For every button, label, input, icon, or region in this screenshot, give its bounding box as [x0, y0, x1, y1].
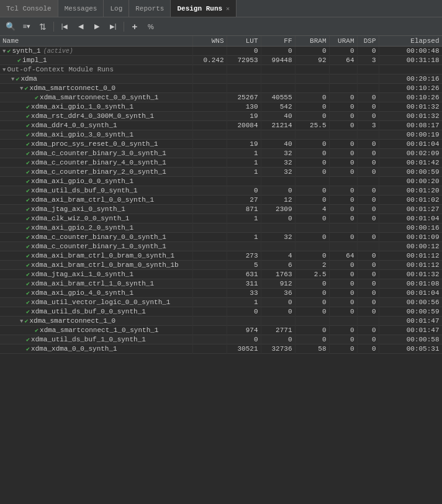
prev-button[interactable]: ◀ — [74, 20, 88, 34]
row-dsp-cell: 0 — [357, 168, 379, 177]
row-wns-cell — [192, 289, 227, 298]
row-name-cell: ✔xdma_c_counter_binary_2_0_synth_1 — [0, 168, 192, 177]
table-row[interactable]: ✔xdma_axi_bram_ctrl_0_0_synth_1271200000… — [0, 196, 442, 205]
row-wns-cell — [192, 270, 227, 279]
table-row[interactable]: ▼✔xdma_smartconnect_1_000:01:47 — [0, 317, 442, 326]
table-row[interactable]: ✔xdma_proc_sys_reset_0_0_synth_119400000… — [0, 140, 442, 149]
row-elapsed-cell: 00:01:20 — [379, 186, 442, 196]
row-dsp-cell: 0 — [357, 196, 379, 205]
row-name-cell: ✔xdma_ddr4_0_0_synth_1 — [0, 121, 192, 130]
table-row[interactable]: ✔xdma_ddr4_0_0_synth_1200842121425.50300… — [0, 121, 442, 130]
expand-icon[interactable]: ▼ — [2, 48, 6, 55]
run-name: xdma_jtag_axi_0_synth_1 — [31, 205, 125, 213]
expand-icon[interactable]: ▼ — [11, 76, 14, 83]
check-icon: ✔ — [26, 187, 30, 194]
table-row[interactable]: ✔xdma_c_counter_binary_3_0_synth_1132000… — [0, 149, 442, 158]
first-button[interactable]: |◀ — [58, 20, 71, 34]
row-elapsed-cell: 00:00:58 — [379, 335, 442, 344]
table-row[interactable]: ✔xdma_util_ds_buf_1_0_synth_10000000:00:… — [0, 335, 442, 344]
table-row[interactable]: ✔xdma_axi_gpio_3_0_synth_100:00:19 — [0, 130, 442, 140]
table-row[interactable]: ▼✔synth_1(active)0000000:00:48 — [0, 47, 442, 56]
row-dsp-cell: 0 — [357, 233, 379, 242]
last-button[interactable]: ▶| — [106, 20, 120, 34]
row-lut-cell: 871 — [227, 205, 261, 214]
filter-button[interactable]: ≡▾ — [20, 20, 34, 34]
row-ff-cell: 912 — [261, 279, 295, 289]
run-name: xdma_c_counter_binary_4_0_synth_1 — [31, 159, 166, 166]
expand-icon[interactable]: ▼ — [20, 86, 23, 92]
table-row[interactable]: ✔xdma_axi_bram_ctrl_0_bram_0_synth_1b562… — [0, 261, 442, 270]
table-row[interactable]: ▼✔xdma_smartconnect_0_000:10:26 — [0, 84, 442, 93]
table-row[interactable]: ✔xdma_util_ds_buf_0_synth_10000000:01:20 — [0, 186, 442, 196]
row-wns-cell — [192, 149, 227, 158]
search-button[interactable]: 🔍 — [4, 20, 17, 34]
row-lut-cell: 20084 — [227, 121, 261, 130]
tab-tcl-console[interactable]: Tcl Console — [0, 0, 58, 17]
table-row[interactable]: ✔xdma_smartconnect_0_0_synth_12526740555… — [0, 93, 442, 102]
check-icon: ✔ — [26, 225, 30, 232]
check-icon: ✔ — [26, 253, 30, 259]
row-dsp-cell: 0 — [357, 251, 379, 261]
table-row[interactable]: ✔xdma_xdma_0_0_synth_13052132736580000:0… — [0, 344, 442, 354]
table-row[interactable]: ✔xdma_smartconnect_1_0_synth_19742771000… — [0, 326, 442, 335]
row-name-cell: ✔xdma_smartconnect_1_0_synth_1 — [0, 326, 192, 335]
expand-icon[interactable]: ▼ — [2, 67, 6, 73]
row-uram-cell: 0 — [329, 298, 357, 307]
table-row[interactable]: ✔xdma_util_vector_logic_0_0_synth_110000… — [0, 298, 442, 307]
table-row[interactable]: ✔xdma_c_counter_binary_1_0_synth_100:00:… — [0, 242, 442, 251]
table-row[interactable]: ✔xdma_rst_ddr4_0_300M_0_synth_1194000000… — [0, 112, 442, 121]
run-name: synth_1 — [12, 47, 40, 55]
table-row[interactable]: ✔xdma_c_counter_binary_2_0_synth_1132000… — [0, 168, 442, 177]
table-row[interactable]: ▼Out-of-Context Module Runs — [0, 65, 442, 74]
table-row[interactable]: ✔xdma_axi_gpio_1_0_synth_113054200000:01… — [0, 102, 442, 112]
tab-messages[interactable]: Messages — [58, 0, 104, 17]
table-row[interactable]: ✔impl_10.24272953994489264300:31:18 — [0, 56, 442, 65]
run-name: xdma_c_counter_binary_0_0_synth_1 — [31, 233, 166, 241]
row-wns-cell — [192, 177, 227, 186]
tab-design-runs[interactable]: Design Runs ✕ — [171, 0, 237, 17]
table-row[interactable]: ✔xdma_c_counter_binary_4_0_synth_1132000… — [0, 158, 442, 168]
row-wns-cell — [192, 112, 227, 121]
table-row[interactable]: ✔xdma_util_ds_buf_0_0_synth_10000000:00:… — [0, 307, 442, 317]
close-icon[interactable]: ✕ — [226, 5, 230, 12]
next-button[interactable]: ▶ — [90, 20, 104, 34]
row-dsp-cell — [357, 84, 379, 93]
table-row[interactable]: ✔xdma_c_counter_binary_0_0_synth_1132000… — [0, 233, 442, 242]
row-ff-cell — [261, 317, 295, 326]
expand-icon[interactable]: ▼ — [20, 318, 23, 325]
row-lut-cell: 72953 — [227, 56, 261, 65]
table-row[interactable]: ✔xdma_jtag_axi_0_synth_1871230940000:01:… — [0, 205, 442, 214]
row-dsp-cell — [357, 242, 379, 251]
row-wns-cell — [192, 214, 227, 223]
tab-reports[interactable]: Reports — [129, 0, 171, 17]
run-name: xdma_smartconnect_1_0_synth_1 — [40, 326, 158, 334]
check-icon: ✔ — [26, 290, 30, 297]
add-button[interactable]: + — [128, 20, 142, 34]
tab-log[interactable]: Log — [104, 0, 129, 17]
sort-button[interactable]: ⇅ — [36, 20, 50, 34]
row-bram-cell — [295, 223, 329, 233]
row-name-cell: ▼✔xdma — [0, 74, 192, 84]
row-dsp-cell: 0 — [357, 102, 379, 112]
row-wns-cell — [192, 93, 227, 102]
row-ff-cell: 32736 — [261, 344, 295, 354]
table-row[interactable]: ✔xdma_axi_gpio_0_0_synth_100:00:20 — [0, 177, 442, 186]
table-row[interactable]: ✔xdma_clk_wiz_0_0_synth_11000000:01:04 — [0, 214, 442, 223]
table-row[interactable]: ▼✔xdma00:20:16 — [0, 74, 442, 84]
row-elapsed-cell: 00:20:16 — [379, 74, 442, 84]
table-row[interactable]: ✔xdma_axi_gpio_4_0_synth_1333600000:01:0… — [0, 289, 442, 298]
row-name-cell: ✔xdma_axi_bram_ctrl_0_bram_0_synth_1b — [0, 261, 192, 270]
run-name: xdma_util_ds_buf_0_0_synth_1 — [31, 308, 146, 315]
percent-button[interactable]: % — [144, 20, 158, 34]
check-icon: ✔ — [26, 141, 30, 148]
row-ff-cell: 0 — [261, 307, 295, 317]
row-lut-cell: 1 — [227, 233, 261, 242]
row-lut-cell: 5 — [227, 261, 261, 270]
row-name-cell: ✔xdma_util_ds_buf_1_0_synth_1 — [0, 335, 192, 344]
table-row[interactable]: ✔xdma_axi_bram_ctrl_0_bram_0_synth_12734… — [0, 251, 442, 261]
table-row[interactable]: ✔xdma_jtag_axi_1_0_synth_163117632.50000… — [0, 270, 442, 279]
table-row[interactable]: ✔xdma_axi_bram_ctrl_1_0_synth_1311912000… — [0, 279, 442, 289]
table-row[interactable]: ✔xdma_axi_gpio_2_0_synth_100:00:16 — [0, 223, 442, 233]
row-uram-cell: 0 — [329, 149, 357, 158]
row-ff-cell: 4 — [261, 251, 295, 261]
